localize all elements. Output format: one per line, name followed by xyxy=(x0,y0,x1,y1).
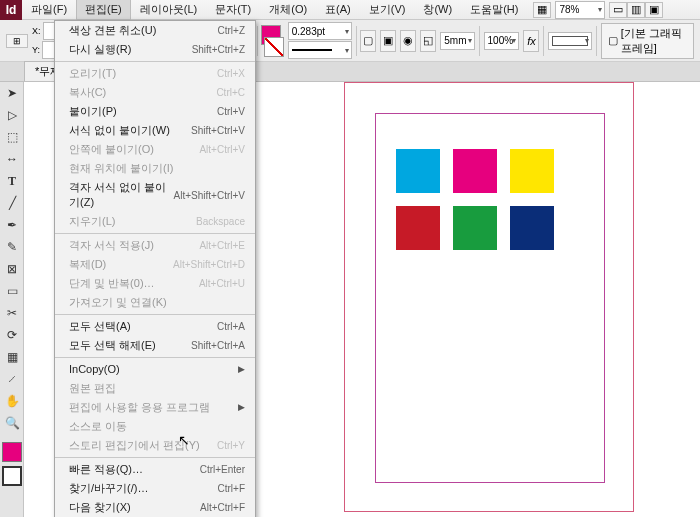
menu-item: 지우기(L)Backspace xyxy=(55,212,255,231)
menu-item-label: 모두 선택(A) xyxy=(69,319,131,334)
menu-item: 복제(D)Alt+Shift+Ctrl+D xyxy=(55,255,255,274)
menu-item[interactable]: 다음 찾기(X)Alt+Ctrl+F xyxy=(55,498,255,517)
menu-item-label: 가져오기 및 연결(K) xyxy=(69,295,167,310)
menu-type[interactable]: 문자(T) xyxy=(206,0,260,20)
hand-tool-icon[interactable]: ✋ xyxy=(0,390,24,412)
view-icon[interactable]: ▭ xyxy=(609,2,627,18)
stroke-weight-field[interactable]: 0.283pt xyxy=(288,22,352,40)
menu-item-label: 원본 편집 xyxy=(69,381,116,396)
menu-item[interactable]: 다시 실행(R)Shift+Ctrl+Z xyxy=(55,40,255,59)
pencil-tool-icon[interactable]: ✎ xyxy=(0,236,24,258)
shortcut-label: Shift+Ctrl+A xyxy=(191,338,245,353)
tools-panel: ➤ ▷ ⬚ ↔ T ╱ ✒ ✎ ⊠ ▭ ✂ ⟳ ▦ ⟋ ✋ 🔍 xyxy=(0,82,24,517)
color-square[interactable] xyxy=(453,206,497,250)
arrange-icon[interactable]: ▥ xyxy=(627,2,645,18)
menu-item-label: 복사(C) xyxy=(69,85,106,100)
shortcut-label: Ctrl+Y xyxy=(217,438,245,453)
menu-help[interactable]: 도움말(H) xyxy=(461,0,527,20)
shortcut-label: Alt+Shift+Ctrl+D xyxy=(173,257,245,272)
corner-size-field[interactable]: 5mm xyxy=(440,32,475,50)
edit-menu-dropdown: 색상 견본 취소(U)Ctrl+Z다시 실행(R)Shift+Ctrl+Z오리기… xyxy=(54,20,256,517)
menu-item[interactable]: 서식 없이 붙이기(W)Shift+Ctrl+V xyxy=(55,121,255,140)
separator xyxy=(479,26,480,56)
stroke-type-field[interactable] xyxy=(288,41,352,59)
menu-item: 소스로 이동 xyxy=(55,417,255,436)
color-square[interactable] xyxy=(510,149,554,193)
shortcut-label: Backspace xyxy=(196,214,245,229)
style-field[interactable] xyxy=(548,32,592,50)
menu-layout[interactable]: 레이아웃(L) xyxy=(131,0,206,20)
menu-item-label: 격자 서식 적용(J) xyxy=(69,238,154,253)
shortcut-label: Alt+Ctrl+E xyxy=(199,238,245,253)
stroke-swatch[interactable] xyxy=(2,466,22,486)
menu-file[interactable]: 파일(F) xyxy=(22,0,76,20)
menu-item-label: 빠른 적용(Q)… xyxy=(69,462,143,477)
menu-item-label: 안쪽에 붙이기(O) xyxy=(69,142,154,157)
menu-view[interactable]: 보기(V) xyxy=(360,0,415,20)
color-square[interactable] xyxy=(510,206,554,250)
shortcut-label: Shift+Ctrl+V xyxy=(191,123,245,138)
shortcut-label: Ctrl+F xyxy=(218,481,246,496)
shortcut-label: Alt+Shift+Ctrl+V xyxy=(174,188,245,203)
app-badge: Id xyxy=(0,0,22,20)
menu-item[interactable]: 모두 선택 해제(E)Shift+Ctrl+A xyxy=(55,336,255,355)
menu-item[interactable]: InCopy(O)▶ xyxy=(55,360,255,379)
menu-item[interactable]: 색상 견본 취소(U)Ctrl+Z xyxy=(55,21,255,40)
corner-icon[interactable]: ◱ xyxy=(420,30,436,52)
wrap-none-icon[interactable]: ▢ xyxy=(360,30,376,52)
menu-item: 스토리 편집기에서 편집(Y)Ctrl+Y xyxy=(55,436,255,455)
shortcut-label: Ctrl+X xyxy=(217,66,245,81)
submenu-arrow-icon: ▶ xyxy=(238,362,245,377)
gradient-tool-icon[interactable]: ▦ xyxy=(0,346,24,368)
color-square[interactable] xyxy=(453,149,497,193)
menu-item[interactable]: 붙이기(P)Ctrl+V xyxy=(55,102,255,121)
menu-item-label: 지우기(L) xyxy=(69,214,115,229)
menubar: Id 파일(F) 편집(E) 레이아웃(L) 문자(T) 개체(O) 표(A) … xyxy=(0,0,700,20)
screen-icon[interactable]: ▣ xyxy=(645,2,663,18)
page-margin xyxy=(375,113,605,483)
menu-item-label: 서식 없이 붙이기(W) xyxy=(69,123,170,138)
object-style-preset[interactable]: ▢[기본 그래픽 프레임] xyxy=(601,23,694,59)
color-square[interactable] xyxy=(396,206,440,250)
ref-point-icon[interactable]: ⊞ xyxy=(6,34,28,48)
menu-window[interactable]: 창(W) xyxy=(414,0,461,20)
menu-item-label: 스토리 편집기에서 편집(Y) xyxy=(69,438,200,453)
zoom-tool-icon[interactable]: 🔍 xyxy=(0,412,24,434)
menu-item-label: 색상 견본 취소(U) xyxy=(69,23,156,38)
wrap-shape-icon[interactable]: ◉ xyxy=(400,30,416,52)
opacity-field[interactable]: 100% xyxy=(484,32,520,50)
menu-item: 단계 및 반복(0)…Alt+Ctrl+U xyxy=(55,274,255,293)
menu-item[interactable]: 찾기/바꾸기(/)…Ctrl+F xyxy=(55,479,255,498)
bridge-icon[interactable]: ▦ xyxy=(533,2,551,18)
scissors-tool-icon[interactable]: ✂ xyxy=(0,302,24,324)
fill-swatch[interactable] xyxy=(2,442,22,462)
gap-tool-icon[interactable]: ↔ xyxy=(0,148,24,170)
menu-item-label: 격자 서식 없이 붙이기(Z) xyxy=(69,180,174,210)
menu-table[interactable]: 표(A) xyxy=(316,0,360,20)
transform-tool-icon[interactable]: ⟳ xyxy=(0,324,24,346)
menu-item: 오리기(T)Ctrl+X xyxy=(55,64,255,83)
zoom-dropdown[interactable]: 78% xyxy=(555,1,605,19)
color-square[interactable] xyxy=(396,149,440,193)
rect-frame-tool-icon[interactable]: ⊠ xyxy=(0,258,24,280)
separator xyxy=(257,26,258,56)
pen-tool-icon[interactable]: ✒ xyxy=(0,214,24,236)
wrap-bbox-icon[interactable]: ▣ xyxy=(380,30,396,52)
menu-item[interactable]: 모두 선택(A)Ctrl+A xyxy=(55,317,255,336)
fx-button[interactable]: fx xyxy=(523,30,539,52)
fill-stroke-swatch[interactable] xyxy=(261,25,283,57)
shortcut-label: Alt+Ctrl+F xyxy=(200,500,245,515)
selection-tool-icon[interactable]: ➤ xyxy=(0,82,24,104)
menu-object[interactable]: 개체(O) xyxy=(260,0,316,20)
type-tool-icon[interactable]: T xyxy=(0,170,24,192)
page-tool-icon[interactable]: ⬚ xyxy=(0,126,24,148)
eyedropper-tool-icon[interactable]: ⟋ xyxy=(0,368,24,390)
rect-tool-icon[interactable]: ▭ xyxy=(0,280,24,302)
shortcut-label: Shift+Ctrl+Z xyxy=(192,42,245,57)
line-tool-icon[interactable]: ╱ xyxy=(0,192,24,214)
menu-item[interactable]: 격자 서식 없이 붙이기(Z)Alt+Shift+Ctrl+V xyxy=(55,178,255,212)
direct-select-tool-icon[interactable]: ▷ xyxy=(0,104,24,126)
menu-item[interactable]: 빠른 적용(Q)…Ctrl+Enter xyxy=(55,460,255,479)
menu-edit[interactable]: 편집(E) xyxy=(76,0,131,20)
shortcut-label: Ctrl+Z xyxy=(218,23,246,38)
